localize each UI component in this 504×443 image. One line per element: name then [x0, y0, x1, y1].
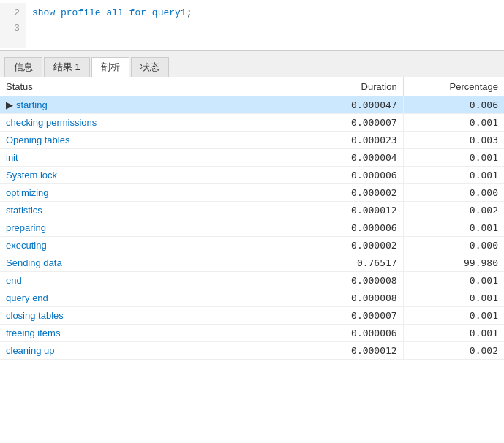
cell-status: ▶starting [0, 96, 277, 114]
cell-status: System lock [0, 167, 277, 184]
code-editor: 2 3 show profile all for query 1; [0, 0, 504, 51]
cell-duration: 0.000012 [277, 202, 403, 219]
cell-duration: 0.000002 [277, 184, 403, 202]
code-line-3: show profile all for query 1; [32, 6, 192, 21]
cell-status: Sending data [0, 254, 277, 272]
table-row[interactable]: executing0.0000020.000 [0, 237, 504, 254]
cell-percentage: 0.001 [403, 219, 504, 237]
table-row[interactable]: closing tables0.0000070.001 [0, 307, 504, 325]
table-row[interactable]: System lock0.0000060.001 [0, 167, 504, 184]
cell-duration: 0.000012 [277, 342, 403, 360]
line-numbers: 2 3 [0, 3, 26, 48]
cell-status: statistics [0, 202, 277, 219]
cell-percentage: 99.980 [403, 254, 504, 272]
cell-percentage: 0.001 [403, 149, 504, 167]
header-percentage: Percentage [403, 77, 504, 96]
cell-status: preparing [0, 219, 277, 237]
table-row[interactable]: freeing items0.0000060.001 [0, 325, 504, 342]
cell-status: optimizing [0, 184, 277, 202]
cell-percentage: 0.001 [403, 289, 504, 307]
cell-status: Opening tables [0, 132, 277, 149]
cell-percentage: 0.001 [403, 307, 504, 325]
table-row[interactable]: statistics0.0000120.002 [0, 202, 504, 219]
table-area: Status Duration Percentage ▶starting0.00… [0, 77, 504, 443]
cell-percentage: 0.000 [403, 184, 504, 202]
table-row[interactable]: optimizing0.0000020.000 [0, 184, 504, 202]
table-row[interactable]: cleaning up0.0000120.002 [0, 342, 504, 360]
semicolon: ; [187, 6, 192, 21]
table-row[interactable]: init0.0000040.001 [0, 149, 504, 167]
cell-status: query end [0, 289, 277, 307]
cell-status: cleaning up [0, 342, 277, 360]
row-indicator: ▶ [6, 99, 13, 110]
profile-table: Status Duration Percentage ▶starting0.00… [0, 77, 504, 360]
table-row[interactable]: ▶starting0.0000470.006 [0, 96, 504, 114]
table-row[interactable]: preparing0.0000060.001 [0, 219, 504, 237]
cell-duration: 0.000006 [277, 219, 403, 237]
cell-duration: 0.000007 [277, 114, 403, 132]
cell-status: closing tables [0, 307, 277, 325]
table-row[interactable]: Opening tables0.0000230.003 [0, 132, 504, 149]
cell-status: freeing items [0, 325, 277, 342]
cell-duration: 0.000023 [277, 132, 403, 149]
cell-duration: 0.000008 [277, 272, 403, 289]
tab-profile[interactable]: 剖析 [91, 57, 129, 77]
cell-percentage: 0.001 [403, 272, 504, 289]
code-content[interactable]: show profile all for query 1; [26, 3, 198, 48]
header-duration: Duration [277, 77, 403, 96]
header-status: Status [0, 77, 277, 96]
cell-duration: 0.000008 [277, 289, 403, 307]
cell-duration: 0.000007 [277, 307, 403, 325]
tab-result1[interactable]: 结果 1 [44, 57, 90, 77]
cell-duration: 0.000006 [277, 167, 403, 184]
cell-percentage: 0.000 [403, 237, 504, 254]
tabs-bar: 信息 结果 1 剖析 状态 [0, 51, 504, 77]
table-header-row: Status Duration Percentage [0, 77, 504, 96]
tab-status[interactable]: 状态 [131, 57, 169, 77]
cell-duration: 0.000002 [277, 237, 403, 254]
cell-percentage: 0.002 [403, 202, 504, 219]
cell-status: checking permissions [0, 114, 277, 132]
table-row[interactable]: Sending data0.7651799.980 [0, 254, 504, 272]
cell-percentage: 0.003 [403, 132, 504, 149]
cell-status: end [0, 272, 277, 289]
cell-duration: 0.000047 [277, 96, 403, 114]
cell-duration: 0.000004 [277, 149, 403, 167]
table-row[interactable]: checking permissions0.0000070.001 [0, 114, 504, 132]
cell-percentage: 0.006 [403, 96, 504, 114]
keyword-number: 1 [181, 6, 187, 21]
tab-info[interactable]: 信息 [4, 57, 42, 77]
cell-status: executing [0, 237, 277, 254]
cell-duration: 0.000006 [277, 325, 403, 342]
cell-duration: 0.76517 [277, 254, 403, 272]
cell-percentage: 0.001 [403, 114, 504, 132]
cell-percentage: 0.002 [403, 342, 504, 360]
table-row[interactable]: query end0.0000080.001 [0, 289, 504, 307]
keyword-show: show profile all for query [32, 6, 181, 21]
cell-status: init [0, 149, 277, 167]
cell-percentage: 0.001 [403, 325, 504, 342]
cell-percentage: 0.001 [403, 167, 504, 184]
table-row[interactable]: end0.0000080.001 [0, 272, 504, 289]
